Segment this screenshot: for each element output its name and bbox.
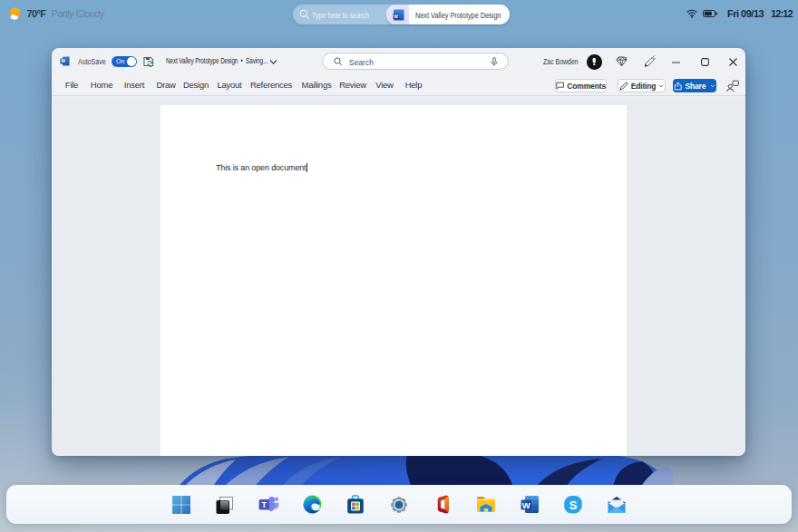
svg-text:W: W <box>521 500 530 510</box>
svg-text:W: W <box>61 58 65 63</box>
svg-text:T: T <box>261 500 267 509</box>
svg-text:W: W <box>394 14 398 19</box>
svg-text:S: S <box>569 498 578 511</box>
